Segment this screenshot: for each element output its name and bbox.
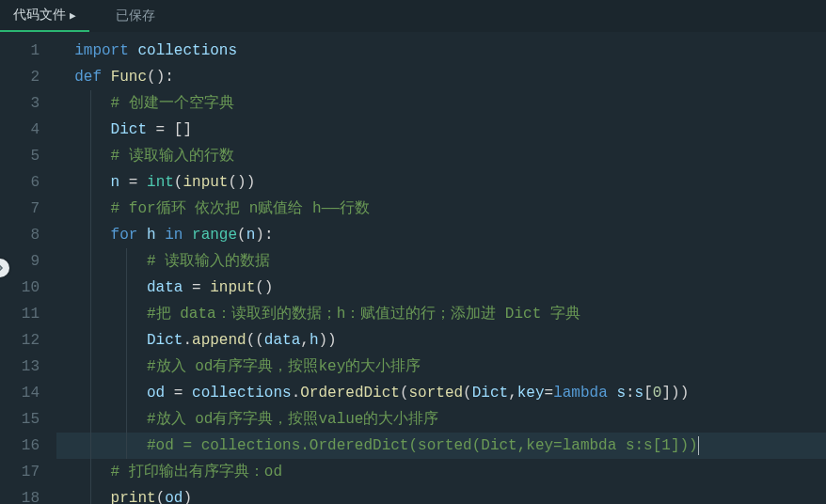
comment: # 读取输入的数据 (147, 253, 270, 270)
code-line[interactable]: # for循环 依次把 n赋值给 h——行数 (56, 196, 826, 222)
line-number: 13 (0, 354, 40, 380)
code-line[interactable]: Dict = [] (56, 117, 826, 143)
func-name: Func (111, 69, 147, 86)
comment: # 打印输出有序字典：od (111, 464, 282, 480)
line-number: 18 (0, 485, 40, 504)
tab-code-file[interactable]: 代码文件 ▶ (0, 0, 89, 32)
chevron-right-icon (0, 263, 5, 273)
play-icon: ▶ (70, 9, 76, 22)
keyword-def: def (74, 69, 102, 86)
code-line[interactable]: for h in range(n): (56, 222, 826, 248)
comment: #放入 od有序字典，按照value的大小排序 (147, 411, 438, 428)
saved-status: 已保存 (116, 8, 155, 24)
code-area[interactable]: import collections def Func(): # 创建一个空字典… (56, 32, 826, 504)
code-line[interactable]: import collections (56, 38, 826, 64)
line-number: 17 (0, 459, 40, 485)
code-line[interactable]: #把 data：读取到的数据；h：赋值过的行；添加进 Dict 字典 (56, 301, 826, 327)
tab-bar: 代码文件 ▶ 已保存 (0, 0, 826, 32)
comment: # for循环 依次把 n赋值给 h——行数 (111, 200, 370, 217)
keyword-import: import (74, 42, 129, 59)
code-line[interactable]: # 创建一个空字典 (56, 90, 826, 117)
code-line[interactable]: # 打印输出有序字典：od (56, 459, 826, 485)
code-line[interactable]: def Func(): (56, 64, 826, 90)
line-number: 2 (0, 64, 40, 90)
line-number: 6 (0, 169, 40, 196)
code-line-active[interactable]: #od = collections.OrderedDict(sorted(Dic… (56, 433, 826, 459)
code-line[interactable]: Dict.append((data,h)) (56, 327, 826, 354)
line-number: 5 (0, 143, 40, 169)
tab-label: 代码文件 (13, 7, 66, 24)
line-number: 10 (0, 275, 40, 301)
comment: #把 data：读取到的数据；h：赋值过的行；添加进 Dict 字典 (147, 306, 580, 323)
module-name: collections (137, 42, 237, 59)
line-number: 14 (0, 380, 40, 406)
line-number: 8 (0, 222, 40, 248)
text-cursor (698, 436, 699, 455)
code-line[interactable]: # 读取输入的数据 (56, 248, 826, 275)
comment: #放入 od有序字典，按照key的大小排序 (147, 358, 421, 375)
line-number: 11 (0, 301, 40, 327)
line-number: 1 (0, 38, 40, 64)
line-number: 4 (0, 117, 40, 143)
code-line[interactable]: #放入 od有序字典，按照key的大小排序 (56, 354, 826, 380)
code-line[interactable]: #放入 od有序字典，按照value的大小排序 (56, 406, 826, 433)
line-number: 3 (0, 90, 40, 117)
line-number: 12 (0, 327, 40, 354)
comment: # 创建一个空字典 (111, 95, 234, 112)
code-line[interactable]: data = input() (56, 275, 826, 301)
line-number: 7 (0, 196, 40, 222)
line-number: 15 (0, 406, 40, 433)
code-editor[interactable]: 1 2 3 4 5 6 7 8 9 10 11 12 13 14 15 16 1… (0, 32, 826, 504)
comment: #od = collections.OrderedDict(sorted(Dic… (147, 437, 698, 454)
line-number: 16 (0, 433, 40, 459)
code-line[interactable]: # 读取输入的行数 (56, 143, 826, 169)
comment: # 读取输入的行数 (111, 148, 234, 165)
code-line[interactable]: n = int(input()) (56, 169, 826, 196)
code-line[interactable]: od = collections.OrderedDict(sorted(Dict… (56, 380, 826, 406)
code-line[interactable]: print(od) (56, 485, 826, 504)
